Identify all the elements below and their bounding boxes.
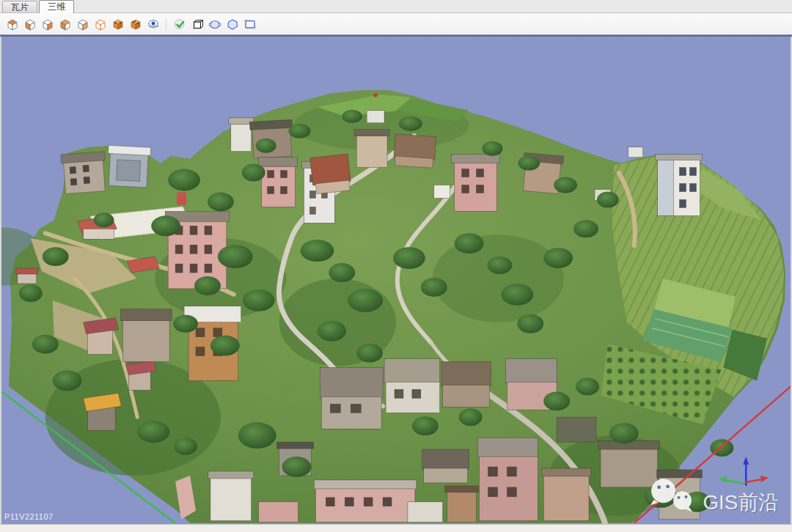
view-bottom-icon	[94, 18, 107, 31]
view-right-button[interactable]	[74, 15, 91, 32]
box-front-button[interactable]	[109, 15, 126, 32]
view-iso-icon	[59, 18, 72, 31]
confirm-selection-icon	[173, 18, 186, 31]
tab-bar: 瓦片 三维	[0, 0, 792, 13]
status-bar	[0, 524, 792, 532]
viewport-3d[interactable]: GIS前沿 GIS前沿 P11V221107	[0, 37, 792, 524]
rectangle-select-icon	[243, 18, 257, 31]
tab-3d[interactable]: 三维	[39, 0, 74, 13]
view-left-icon	[41, 18, 54, 31]
view-top-icon	[6, 18, 19, 31]
view-iso-button[interactable]	[56, 15, 73, 32]
watermark-text: GIS前沿	[703, 491, 779, 514]
box-front-icon	[111, 18, 125, 31]
polygon-select-button[interactable]	[224, 15, 241, 32]
tab-tiles[interactable]: 瓦片	[2, 1, 37, 12]
view-top-button[interactable]	[4, 15, 21, 32]
rotate-view-button[interactable]	[144, 15, 161, 32]
box-select-3d-icon	[191, 18, 204, 31]
toolbar-separator	[166, 18, 166, 30]
toolbar	[0, 13, 792, 34]
rotate-view-eye-icon	[147, 18, 160, 31]
view-front-icon	[23, 18, 37, 31]
rectangle-select-button[interactable]	[241, 15, 258, 32]
view-left-button[interactable]	[39, 15, 56, 32]
view-front-button[interactable]	[21, 15, 38, 32]
model-id-label: P11V221107	[4, 512, 54, 521]
polygon-select-icon	[226, 18, 239, 31]
scene-3d-render: GIS前沿 GIS前沿 P11V221107	[1, 37, 791, 524]
view-right-icon	[76, 18, 89, 31]
circle-select-button[interactable]	[206, 15, 223, 32]
box-back-button[interactable]	[127, 15, 144, 32]
box-select-3d-button[interactable]	[188, 15, 205, 32]
circle-select-icon	[208, 18, 221, 31]
confirm-selection-button[interactable]	[171, 15, 188, 32]
view-bottom-button[interactable]	[92, 15, 109, 32]
box-back-icon	[129, 18, 142, 31]
